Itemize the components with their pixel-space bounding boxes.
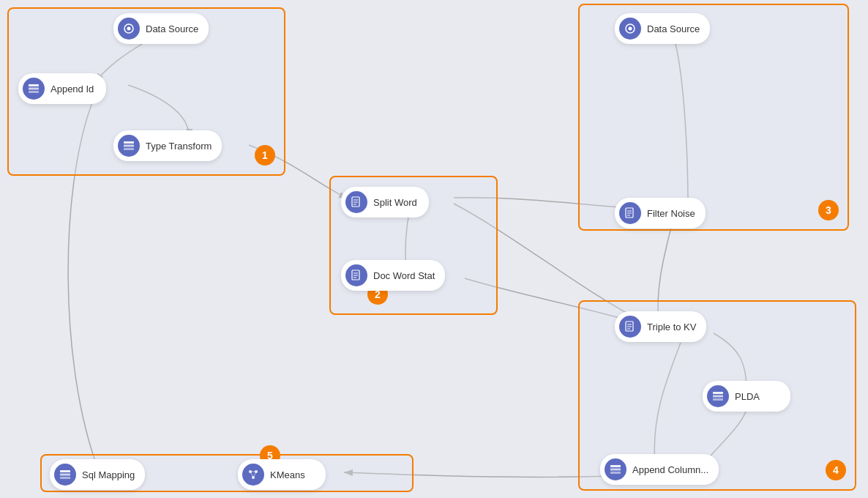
node-plda-label: PLDA: [735, 391, 760, 402]
svg-point-18: [629, 27, 632, 31]
node-datasource3[interactable]: Data Source: [615, 13, 710, 44]
appendcolumn-icon: [605, 458, 626, 480]
node-sqlmapping-label: Sql Mapping: [82, 469, 135, 480]
group-1-number: 1: [255, 145, 275, 166]
plda-icon: [707, 385, 729, 407]
svg-rect-33: [60, 470, 70, 472]
node-docwordstat[interactable]: Doc Word Stat: [341, 260, 445, 291]
svg-line-39: [250, 472, 253, 477]
node-kmeans-label: KMeans: [270, 469, 305, 480]
sqlmapping-icon: [54, 464, 76, 486]
svg-line-40: [253, 472, 256, 477]
node-splitword-label: Split Word: [373, 197, 417, 208]
node-typetransform-label: Type Transform: [146, 141, 212, 152]
svg-rect-28: [713, 395, 723, 398]
tripletokv-icon: [619, 316, 641, 338]
splitword-icon: [345, 191, 367, 213]
node-appendid[interactable]: Append Id: [18, 73, 106, 104]
svg-rect-5: [29, 91, 39, 93]
appendid-icon: [23, 78, 45, 100]
node-splitword[interactable]: Split Word: [341, 187, 429, 218]
svg-rect-29: [713, 398, 723, 401]
svg-point-2: [127, 27, 131, 31]
group-4-number: 4: [826, 460, 846, 480]
group-3-number: 3: [818, 200, 839, 220]
typetransform-icon: [118, 135, 140, 157]
docwordstat-icon: [345, 264, 367, 286]
node-datasource1[interactable]: Data Source: [113, 13, 209, 44]
svg-rect-8: [124, 148, 134, 150]
datasource-icon: [118, 18, 140, 40]
workflow-canvas: 1 2 3 4 5 Data Source Append Id Type Tra…: [0, 0, 868, 498]
svg-rect-34: [60, 474, 70, 476]
svg-rect-30: [610, 465, 621, 467]
node-datasource1-label: Data Source: [146, 23, 198, 34]
filternoise-icon: [619, 202, 641, 224]
node-appendcolumn-label: Append Column...: [632, 464, 708, 475]
svg-rect-6: [124, 141, 134, 144]
node-tripletokv[interactable]: Triple to KV: [615, 311, 706, 342]
node-datasource3-label: Data Source: [647, 23, 700, 34]
svg-rect-4: [29, 88, 39, 90]
svg-rect-35: [60, 477, 70, 479]
node-kmeans[interactable]: KMeans: [238, 459, 326, 490]
svg-rect-7: [124, 145, 134, 147]
node-sqlmapping[interactable]: Sql Mapping: [50, 459, 145, 490]
node-plda[interactable]: PLDA: [703, 381, 790, 412]
svg-rect-27: [713, 392, 723, 394]
node-filternoise-label: Filter Noise: [647, 208, 695, 219]
datasource3-icon: [619, 18, 641, 40]
node-typetransform[interactable]: Type Transform: [113, 130, 222, 161]
node-appendcolumn[interactable]: Append Column...: [600, 454, 719, 485]
kmeans-icon: [242, 464, 264, 486]
svg-rect-3: [29, 84, 39, 86]
svg-rect-32: [610, 472, 621, 474]
node-appendid-label: Append Id: [50, 83, 94, 94]
svg-rect-31: [610, 469, 621, 471]
node-filternoise[interactable]: Filter Noise: [615, 198, 706, 228]
node-tripletokv-label: Triple to KV: [647, 322, 696, 332]
node-docwordstat-label: Doc Word Stat: [373, 270, 435, 281]
